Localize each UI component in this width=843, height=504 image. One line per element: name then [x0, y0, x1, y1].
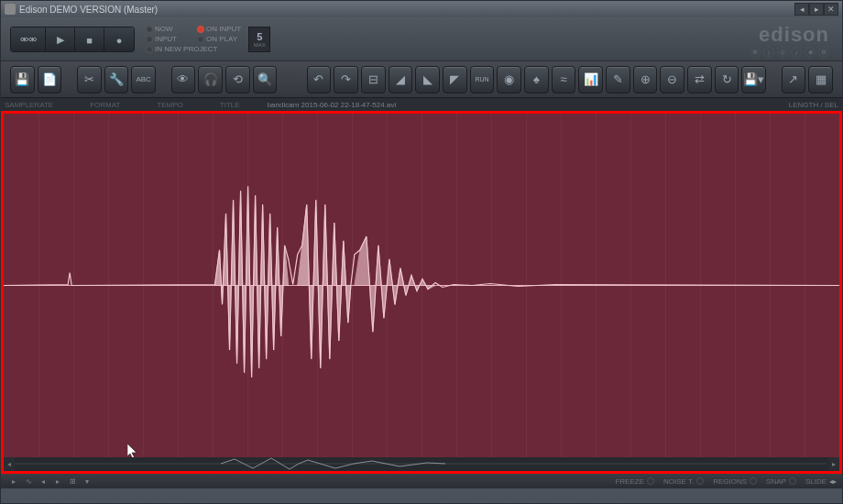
diamond-icon[interactable]: ◈: [805, 47, 816, 58]
target-icon[interactable]: ◎: [777, 47, 788, 58]
run-button[interactable]: RUN: [470, 66, 495, 93]
amp-button[interactable]: ⊖: [660, 66, 684, 93]
reverse-button[interactable]: ⇄: [687, 66, 712, 93]
gear-icon[interactable]: ⚙: [818, 47, 829, 58]
refresh-button[interactable]: ↻: [715, 66, 739, 93]
format-label: FORMAT: [90, 101, 120, 109]
main-toolbar: 💾 📄 ✂ 🔧 ABC 👁 🎧 ⟲ 🔍 ↶ ↷ ⊟ ◢ ◣ ◤ RUN ◉ ♠ …: [1, 61, 842, 98]
rec-now-label: NOW: [155, 24, 195, 34]
play-footer-button[interactable]: ▸: [6, 476, 21, 487]
window-title: Edison DEMO VERSION (Master): [19, 5, 794, 15]
rec-onplay-label: ON PLAY: [206, 34, 237, 44]
preview-button[interactable]: 🎧: [198, 66, 223, 93]
rec-onplay-dot[interactable]: [197, 36, 204, 43]
overview-track[interactable]: [15, 457, 828, 471]
rec-oninput-dot[interactable]: [197, 26, 204, 33]
trim-button[interactable]: ⊟: [361, 66, 386, 93]
view-button[interactable]: 👁: [171, 66, 196, 93]
noise-toggle[interactable]: NOISE T.: [663, 477, 704, 486]
record-options: NOW ON INPUT INPUT ON PLAY IN NEW PROJEC…: [146, 24, 241, 54]
brand-logo: edison: [759, 23, 829, 47]
rec-input-dot[interactable]: [146, 36, 153, 43]
info-bar: SAMPLERATE FORMAT TEMPO TITLE bandicam 2…: [1, 98, 842, 111]
rec-newproject-dot[interactable]: [146, 46, 153, 53]
disk-menu-button[interactable]: 💾▾: [741, 66, 766, 93]
eq-button[interactable]: ♠: [524, 66, 549, 93]
send-button[interactable]: ↗: [782, 66, 806, 93]
globe-icon[interactable]: ⊕: [750, 47, 761, 58]
footer-bar: ▸ ∿ ◂ ▸ ⊞ ▾ FREEZE NOISE T. REGIONS SNAP…: [1, 474, 842, 488]
menu-footer-button[interactable]: ▾: [80, 476, 94, 487]
max-num: 5: [257, 31, 262, 42]
fadein-button[interactable]: ◣: [415, 66, 440, 93]
marker-next-button[interactable]: ▸: [50, 476, 65, 487]
scroll-left-button[interactable]: ◂: [4, 457, 15, 471]
wave-mode-button[interactable]: ∿: [21, 476, 36, 487]
transport-controls: ⚮⚮ ▶ ■ ●: [10, 27, 135, 52]
stop-button[interactable]: ■: [75, 27, 104, 52]
redo-button[interactable]: ↷: [334, 66, 358, 93]
samplerate-label: SAMPLERATE: [5, 101, 53, 109]
fadeout-button[interactable]: ◤: [443, 66, 467, 93]
title-value: bandicam 2015-06-02 22-18-47-524.avi: [268, 101, 789, 109]
info-icon[interactable]: i: [763, 47, 774, 58]
prev-preset-button[interactable]: ◂: [794, 3, 809, 16]
blur-button[interactable]: ≈: [552, 66, 576, 93]
rename-button[interactable]: ABC: [131, 66, 156, 93]
record-button[interactable]: ●: [104, 27, 134, 52]
reverb-button[interactable]: ◉: [497, 66, 521, 93]
waveform-display[interactable]: [1, 111, 842, 457]
undo-button[interactable]: ↶: [307, 66, 332, 93]
freeze-toggle[interactable]: FREEZE: [615, 477, 654, 486]
tempo-label: TEMPO: [157, 101, 182, 109]
grid-button[interactable]: ▦: [808, 66, 833, 93]
slide-toggle[interactable]: SLIDE◂▸: [805, 477, 837, 486]
max-label: MAX: [254, 42, 266, 48]
scroll-right-button[interactable]: ▸: [828, 457, 839, 471]
zoom-footer-button[interactable]: ⊞: [65, 476, 80, 487]
title-label: TITLE: [220, 101, 240, 109]
open-button[interactable]: 📄: [38, 66, 62, 93]
cut-button[interactable]: ✂: [77, 66, 102, 93]
snap-toggle[interactable]: SNAP: [766, 477, 796, 486]
play-button[interactable]: ▶: [46, 27, 75, 52]
rec-oninput-label: ON INPUT: [206, 24, 241, 34]
rec-now-dot[interactable]: [146, 26, 153, 33]
next-preset-button[interactable]: ▸: [809, 3, 824, 16]
normalize-button[interactable]: ⊕: [633, 66, 658, 93]
rec-newproject-label: IN NEW PROJECT: [155, 44, 217, 54]
titlebar[interactable]: Edison DEMO VERSION (Master) ◂ ▸ ✕: [1, 1, 842, 17]
record-loop-button[interactable]: ⚮⚮: [11, 27, 46, 52]
transport-section: ⚮⚮ ▶ ■ ● NOW ON INPUT INPUT ON PLAY IN N…: [1, 17, 842, 61]
spectrum-button[interactable]: 📊: [578, 66, 603, 93]
loop-button[interactable]: ⟲: [225, 66, 250, 93]
zoom-button[interactable]: 🔍: [253, 66, 278, 93]
rec-input-label: INPUT: [155, 34, 195, 44]
marker-prev-button[interactable]: ◂: [36, 476, 50, 487]
tune-button[interactable]: ✎: [606, 66, 630, 93]
overview-scrollbar[interactable]: ◂ ▸: [1, 457, 842, 474]
note-icon[interactable]: ♪: [791, 47, 802, 58]
mini-icons: ⊕ i ◎ ♪ ◈ ⚙: [750, 47, 829, 58]
tools-button[interactable]: 🔧: [104, 66, 129, 93]
envelope-button[interactable]: ◢: [389, 66, 413, 93]
app-icon: [5, 4, 16, 15]
length-label: LENGTH / SEL: [789, 101, 838, 109]
close-button[interactable]: ✕: [824, 3, 838, 16]
max-indicator[interactable]: 5 MAX: [248, 27, 270, 52]
save-button[interactable]: 💾: [10, 66, 35, 93]
regions-toggle[interactable]: REGIONS: [713, 477, 757, 486]
